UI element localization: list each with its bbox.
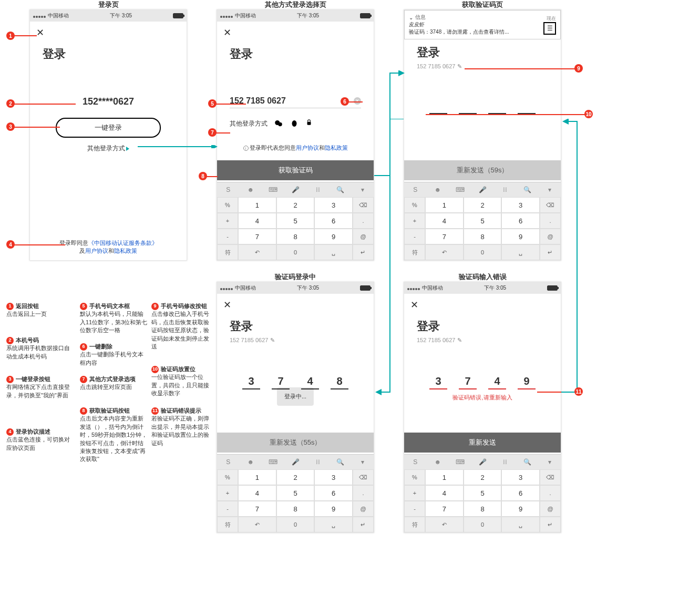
- code-box: 8: [331, 375, 348, 389]
- edit-icon[interactable]: ✎: [457, 63, 462, 69]
- legend-1: 1返回按钮点击返回上一页: [6, 302, 75, 319]
- page-title: 登录: [404, 39, 561, 63]
- screen-label: 验证码登录中: [217, 272, 374, 282]
- code-box[interactable]: [459, 101, 477, 114]
- agreement-text: i登录即代表您同意用户协议和隐私政策: [217, 144, 374, 152]
- annotation-badge-3: 3: [6, 122, 15, 131]
- screen-label: 获取验证码页: [404, 0, 561, 9]
- phone-other-login: 中国移动 下午 3:05 ✕ 登录 152 7185 0627 ✕ 其他登录方式…: [217, 9, 374, 261]
- svg-point-2: [292, 120, 297, 127]
- screen-label: 其他方式登录选择页: [217, 0, 374, 9]
- wechat-icon[interactable]: [274, 119, 283, 128]
- phone-input[interactable]: 152 7185 0627: [230, 96, 286, 106]
- info-icon: i: [243, 146, 249, 151]
- time-text: 下午 3:05: [110, 12, 132, 19]
- code-box[interactable]: [488, 101, 506, 114]
- user-agreement-link[interactable]: 用户协议: [85, 248, 108, 254]
- legend-9: 9手机号码修改按钮点击修改已输入手机号码，点击后恢复获取验证码按钮至原状态，验证…: [151, 302, 214, 351]
- close-icon[interactable]: ✕: [30, 22, 50, 44]
- edit-icon[interactable]: ✎: [457, 337, 462, 343]
- phone-subtext: 152 7185 0627✎: [404, 63, 561, 70]
- edit-icon[interactable]: ✎: [270, 337, 275, 343]
- phone-subtext: 152 7185 0627✎: [404, 337, 561, 344]
- svg-rect-3: [307, 122, 311, 125]
- screen-label: 登录页: [29, 0, 187, 9]
- privacy-link[interactable]: 隐私政策: [114, 248, 137, 254]
- code-box[interactable]: [429, 101, 447, 114]
- keyboard[interactable]: S☻⌨🎤⁞⁞🔍▾ %123⌫ +456. -789@ 符↶0␣↵: [217, 182, 374, 260]
- close-icon[interactable]: ✕: [217, 22, 238, 44]
- page-title: 登录: [217, 44, 374, 65]
- legend-4: 4登录协议描述点击蓝色连接，可切换对应协议页面: [6, 428, 75, 452]
- battery-icon: [360, 285, 371, 291]
- annotation-badge-4: 4: [6, 240, 15, 249]
- phone-error: 中国移动 下午 3:05 ✕ 登录 152 7185 0627✎ 3 7 4 9…: [404, 282, 561, 533]
- phone-verifying: 中国移动 下午 3:05 ✕ 登录 152 7185 0627✎ 3 7 4 8…: [217, 282, 374, 533]
- legend-6: 6一键删除点击一键删除手机号文本框内容: [80, 343, 148, 367]
- chevron-down-icon: ⌄: [409, 15, 413, 20]
- code-box[interactable]: 7: [459, 375, 477, 389]
- phone-subtext: 152 7185 0627✎: [217, 337, 374, 344]
- legend-3: 3一键登录按钮有网络情况下点击直接登录，并切换至"我的"界面: [6, 375, 75, 399]
- resend-button: 重新发送（55s）: [217, 433, 374, 453]
- annotation-badge-2: 2: [6, 99, 15, 108]
- legend-8: 8获取验证码按钮点击后文本内容变为重新发送（），括号内为倒计时，59秒开始倒数1…: [80, 407, 148, 464]
- page-title: 登录: [404, 316, 561, 337]
- code-box[interactable]: 3: [429, 375, 447, 389]
- battery-icon: [360, 13, 371, 18]
- sms-notification[interactable]: ⌄信息 皮皮虾 验证码：3748，请勿泄露，点击查看详情... 现在 ☰: [404, 10, 561, 39]
- status-bar: 中国移动 下午 3:05: [217, 282, 374, 294]
- other-login-link[interactable]: 其他登录方式: [30, 144, 187, 153]
- qq-icon[interactable]: [290, 119, 299, 128]
- code-box[interactable]: 4: [488, 375, 506, 389]
- annotation-badge-10: 10: [584, 110, 593, 118]
- flow-arrow: [374, 119, 406, 397]
- error-message: 验证码错误,请重新输入: [404, 394, 561, 402]
- svg-point-1: [278, 122, 282, 127]
- annotation-badge-5: 5: [208, 99, 217, 108]
- lock-icon[interactable]: [305, 119, 315, 128]
- legend-2: 2本机号码系统调用手机数据接口自动生成本机号码: [6, 336, 75, 361]
- legend-5: 5手机号码文本框默认为本机号码，只能输入11位数字，第3位和第七位数字后空一格: [80, 302, 148, 335]
- privacy-link[interactable]: 隐私政策: [325, 145, 348, 151]
- close-icon[interactable]: ✕: [404, 294, 425, 316]
- keyboard[interactable]: S☻⌨🎤⁞⁞🔍▾ %123⌫ +456. -789@ 符↶0␣↵: [404, 454, 561, 532]
- code-box[interactable]: 9: [518, 375, 536, 389]
- chevron-right-icon: [126, 147, 129, 151]
- phone-login: 中国移动 下午 3:05 ✕ 登录 152****0627 一键登录 其他登录方…: [29, 9, 187, 261]
- battery

-icon: [547, 285, 558, 291]
- status-bar: 中国移动 下午 3:05: [30, 10, 187, 22]
- annotation-badge-11: 11: [574, 387, 583, 396]
- user-agreement-link[interactable]: 用户协议: [296, 145, 319, 151]
- close-icon[interactable]: ✕: [217, 294, 238, 316]
- code-input-row[interactable]: [404, 101, 561, 114]
- terms-link[interactable]: 《中国移动认证服务条款》: [88, 240, 158, 246]
- keyboard[interactable]: S☻⌨🎤⁞⁞🔍▾ %123⌫ +456. -789@ 符↶0␣↵: [217, 454, 374, 532]
- clear-icon[interactable]: ✕: [354, 97, 361, 105]
- loading-toast: 登录中...: [277, 387, 314, 406]
- status-bar: 中国移动 下午 3:05: [404, 282, 561, 294]
- page-title: 登录: [30, 44, 187, 65]
- agreement-text: 登录即同意《中国移动认证服务条款》 及用户协议和隐私政策: [30, 239, 187, 255]
- code-box: 3: [242, 375, 260, 389]
- one-key-login-button[interactable]: 一键登录: [56, 118, 161, 138]
- code-box[interactable]: [518, 101, 536, 114]
- code-input-row[interactable]: 3 7 4 9: [404, 375, 561, 389]
- screen-label: 验证码输入错误: [404, 272, 561, 282]
- legend-7: 7其他方式登录选项点击跳转至对应页面: [80, 375, 148, 392]
- resend-button[interactable]: 重新发送: [404, 433, 561, 453]
- annotation-badge-7: 7: [208, 128, 217, 137]
- keyboard[interactable]: S☻⌨🎤⁞⁞🔍▾ %123⌫ +456. -789@ 符↶0␣↵: [404, 182, 561, 260]
- annotation-badge-8: 8: [199, 172, 207, 180]
- annotation-badge-6: 6: [341, 97, 349, 106]
- get-code-button[interactable]: 获取验证码: [217, 160, 374, 180]
- legend-10: 10验证码放置位一位验证码放一个位置，共四位，且只能接收显示数字: [151, 365, 214, 398]
- other-login-row: 其他登录方式: [230, 119, 361, 128]
- masked-phone: 152****0627: [30, 96, 187, 107]
- carrier-text: 中国移动: [48, 12, 69, 19]
- legend-11: 11验证码错误提示若验证码不正确，则弹出提示，并晃动本提示和验证码放置位上的验证…: [151, 407, 214, 447]
- phone-get-code: ⌄信息 皮皮虾 验证码：3748，请勿泄露，点击查看详情... 现在 ☰ 登录 …: [404, 9, 561, 261]
- flow-arrow: [374, 70, 406, 181]
- annotation-badge-9: 9: [574, 64, 583, 73]
- page-title: 登录: [217, 316, 374, 337]
